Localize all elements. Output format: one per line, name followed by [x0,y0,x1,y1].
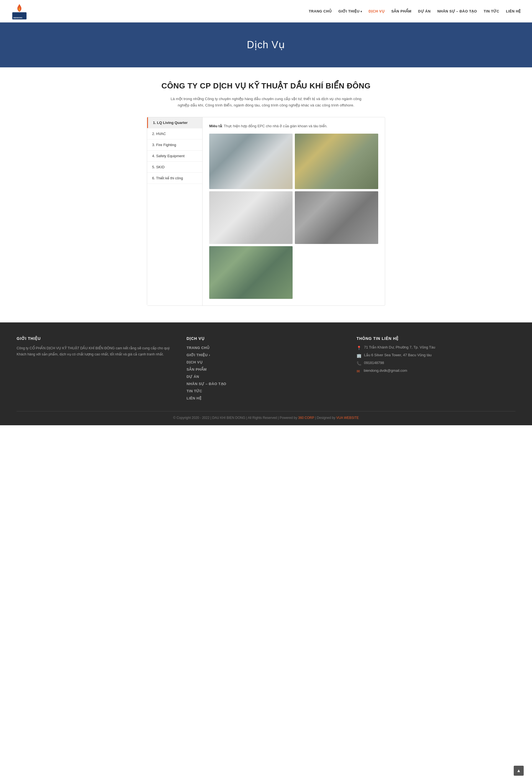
contact-address-1: 📍 71 Trần Khánh Dư, Phường 7, Tp. Vũng T… [357,345,515,350]
nav-item-lienhe[interactable]: LIÊN HỆ [506,8,521,13]
service-menu-item-2[interactable]: 2. HVAC [147,128,202,139]
service-link-2[interactable]: 2. HVAC [147,128,202,139]
service-menu-item-5[interactable]: 5. SKID [147,162,202,173]
email-icon: ✉ [357,369,361,373]
footer-col-contact: THÔNG TIN LIÊN HỆ 📍 71 Trần Khánh Dư, Ph… [357,336,515,403]
service-description: Miêu tả: Thực hiện hợp đồng EPC cho nhà … [209,124,378,128]
phone-icon: 📞 [357,361,361,366]
footer-link-item-1[interactable]: TRANG CHỦ [186,345,345,350]
footer-grid: GIỚI THIỆU Công ty CỔ PHẦN DỊCH VỤ KỸ TH… [17,336,515,403]
nav-item-tintuc[interactable]: TIN TỨC [483,8,499,13]
footer-link-item-3[interactable]: DỊCH VỤ [186,360,345,365]
footer-link-item-7[interactable]: TIN TỨC [186,388,345,393]
service-detail: Miêu tả: Thực hiện hợp đồng EPC cho nhà … [203,117,385,306]
footer-link-8[interactable]: LIÊN HỆ [186,396,202,400]
footer-services-heading: DỊCH VỤ [186,336,345,341]
svg-text:BIENDONG: BIENDONG [13,17,23,19]
footer-link-6[interactable]: NHÂN SỰ – ĐÀO TẠO [186,382,226,386]
footer-link-5[interactable]: DỰ ÁN [186,374,199,379]
contact-phone-text: 0918148798 [364,361,384,365]
footer: GIỚI THIỆU Công ty CỔ PHẦN DỊCH VỤ KỸ TH… [0,323,532,425]
footer-link-item-6[interactable]: NHÂN SỰ – ĐÀO TẠO [186,381,345,386]
contact-address-2: 🏢 Lầu 6 Silver Sea Tower, 47 Bacu Vũng t… [357,353,515,358]
footer-link-7[interactable]: TIN TỨC [186,389,202,393]
service-link-3[interactable]: 3. Fire Fighting [147,139,202,150]
powered-by-link[interactable]: 360 CORP [298,416,314,420]
service-menu-item-3[interactable]: 3. Fire Fighting [147,139,202,150]
main-content: CÔNG TY CP DỊCH VỤ KỸ THUẬT DẦU KHÍ BIỂN… [141,81,391,306]
nav-item-trangchu[interactable]: TRANG CHỦ [309,8,332,13]
footer-link-item-5[interactable]: DỰ ÁN [186,374,345,379]
footer-col-about: GIỚI THIỆU Công ty CỔ PHẦN DỊCH VỤ KỸ TH… [17,336,175,403]
building-icon: 🏢 [357,354,361,358]
nav-link-trangchu[interactable]: TRANG CHỦ [309,9,332,13]
nav-link-sanpham[interactable]: SẢN PHẨM [391,9,411,13]
footer-bottom: © Copyright 2020 - 2022 | DAU KHI BIEN D… [17,411,515,420]
service-link-5[interactable]: 5. SKID [147,162,202,172]
nav-link-tintuc[interactable]: TIN TỨC [483,9,499,13]
footer-link-1[interactable]: TRANG CHỦ [186,346,209,350]
navbar: BIENDONG OIL & GAS TRANG CHỦ GIỚI THIỆU … [0,0,532,23]
footer-about-heading: GIỚI THIỆU [17,336,175,341]
service-menu-item-6[interactable]: 6. Thiết kế thi công [147,173,202,184]
nav-link-dichvu[interactable]: DỊCH VỤ [368,9,385,13]
designed-by-label: | Designed by [315,416,335,420]
footer-about-text: Công ty CỔ PHẦN DỊCH VỤ KỸ THUẬT DẦU KHÍ… [17,345,175,358]
service-link-1[interactable]: 1. LQ Living Quarter [147,117,202,128]
service-menu-item-4[interactable]: 4. Safety Equipment [147,150,202,162]
page-title: Dịch Vụ [5,39,527,51]
footer-link-item-8[interactable]: LIÊN HỆ [186,396,345,400]
service-image-4 [295,191,378,244]
service-image-5 [209,246,293,299]
designed-by-link[interactable]: VUA WEBSITE [336,416,359,420]
service-image-2 [295,134,378,189]
logo[interactable]: BIENDONG OIL & GAS [11,3,28,20]
company-title: CÔNG TY CP DỊCH VỤ KỸ THUẬT DẦU KHÍ BIỂN… [147,81,385,90]
service-desc-label: Miêu tả [209,124,222,128]
footer-col-services: DỊCH VỤ TRANG CHỦ GIỚI THIỆU › DỊCH VỤ S… [186,336,345,403]
service-menu-item-1[interactable]: 1. LQ Living Quarter [147,117,202,128]
hero-section: Dịch Vụ [0,23,532,67]
service-image-1 [209,134,293,189]
location-icon: 📍 [357,346,361,350]
nav-item-nhansu[interactable]: NHÂN SỰ – ĐÀO TẠO [437,8,477,13]
service-menu-list: 1. LQ Living Quarter 2. HVAC 3. Fire Fig… [147,117,202,184]
nav-link-duan[interactable]: DỰ ÁN [418,9,431,13]
nav-link-lienhe[interactable]: LIÊN HỆ [506,9,521,13]
nav-item-dichvu[interactable]: DỊCH VỤ [368,8,385,13]
nav-link-gioithieu[interactable]: GIỚI THIỆU [338,9,362,13]
contact-email-text: biendong.dvdk@gmail.com [364,368,407,372]
service-sidebar: 1. LQ Living Quarter 2. HVAC 3. Fire Fig… [147,117,203,306]
copyright-text: © Copyright 2020 - 2022 | DAU KHI BIEN D… [173,416,297,420]
footer-link-3[interactable]: DỊCH VỤ [186,360,203,364]
nav-item-duan[interactable]: DỰ ÁN [418,8,431,13]
nav-menu: TRANG CHỦ GIỚI THIỆU DỊCH VỤ SẢN PHẨM DỰ… [309,8,521,13]
footer-link-item-4[interactable]: SẢN PHẨM [186,367,345,372]
service-box: 1. LQ Living Quarter 2. HVAC 3. Fire Fig… [147,117,385,306]
contact-address-2-text: Lầu 6 Silver Sea Tower, 47 Bacu Vũng tàu [364,353,432,357]
footer-link-2[interactable]: GIỚI THIỆU › [186,353,210,357]
service-link-4[interactable]: 4. Safety Equipment [147,150,202,161]
service-image-3 [209,191,293,244]
footer-services-list: TRANG CHỦ GIỚI THIỆU › DỊCH VỤ SẢN PHẨM … [186,345,345,400]
nav-link-nhansu[interactable]: NHÂN SỰ – ĐÀO TẠO [437,9,477,13]
footer-link-4[interactable]: SẢN PHẨM [186,367,207,371]
svg-text:OIL & GAS: OIL & GAS [14,19,20,20]
service-image-grid [209,134,378,299]
contact-address-1-text: 71 Trần Khánh Dư, Phường 7, Tp. Vũng Tàu [364,345,435,349]
footer-contact-heading: THÔNG TIN LIÊN HỆ [357,336,515,341]
service-desc-text: Thực hiện hợp đồng EPC cho nhà ở của già… [224,124,327,128]
nav-item-gioithieu[interactable]: GIỚI THIỆU [338,8,362,13]
service-link-6[interactable]: 6. Thiết kế thi công [147,173,202,184]
footer-link-item-2[interactable]: GIỚI THIỆU › [186,352,345,357]
company-description: Là một trong những Công ty chuyên nghiệp… [169,96,363,109]
contact-email: ✉ biendong.dvdk@gmail.com [357,368,515,373]
nav-item-sanpham[interactable]: SẢN PHẨM [391,8,411,13]
contact-phone: 📞 0918148798 [357,361,515,366]
